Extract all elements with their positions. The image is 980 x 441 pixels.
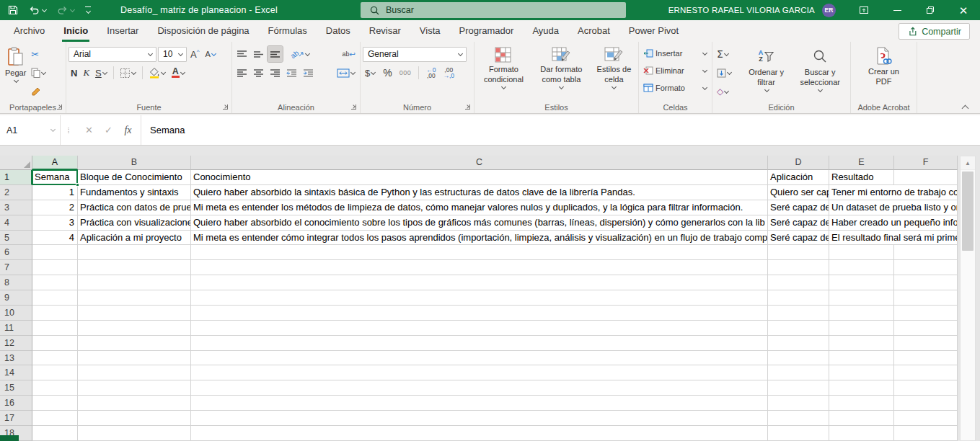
wrap-text-button[interactable]: ab ↩ [340,46,358,62]
alignment-dialog-launcher[interactable] [351,104,356,110]
cell-C16[interactable] [191,396,768,411]
cell-D1[interactable]: Aplicación [768,170,829,185]
cell-B5[interactable]: Aplicación a mi proyecto [78,231,191,246]
tab-programador[interactable]: Programador [450,20,524,42]
row-header-12[interactable]: 12 [0,336,32,351]
cell-A4[interactable]: 3 [32,215,78,231]
cell-D8[interactable] [768,275,829,290]
cell-C10[interactable] [191,306,768,321]
cell-A15[interactable] [32,380,78,396]
cell-A17[interactable] [32,411,78,426]
cut-button[interactable]: ✂ [29,46,48,62]
italic-button[interactable]: K [81,65,92,81]
cancel-button[interactable]: ✕ [79,125,99,135]
cell-F18[interactable] [894,426,958,441]
row-header-7[interactable]: 7 [0,260,32,275]
fill-color-button[interactable] [146,65,168,81]
cell-C14[interactable] [191,365,768,380]
share-button[interactable]: Compartir [899,23,970,40]
cell-D17[interactable] [768,411,829,426]
cell-F7[interactable] [894,260,958,275]
cell-D10[interactable] [768,306,829,321]
search-box[interactable]: Buscar [361,2,626,18]
cell-B3[interactable]: Práctica con datos de prue [78,200,191,215]
column-header-C[interactable]: C [191,156,768,170]
align-left-button[interactable] [234,65,250,81]
insert-function-button[interactable]: fx [118,125,138,136]
redo-button[interactable] [57,5,75,15]
cell-E12[interactable] [829,336,894,351]
cell-B18[interactable] [78,426,191,441]
create-pdf-button[interactable]: Crear un PDF [862,45,906,102]
avatar[interactable]: ER [822,4,836,17]
increase-decimal-button[interactable]: ←0,00 [424,65,438,81]
row-header-6[interactable]: 6 [0,245,32,260]
font-name-select[interactable]: Arial [69,47,156,62]
cell-D2[interactable]: Quiero ser cap [768,185,829,200]
cell-E14[interactable] [829,365,894,380]
cell-F17[interactable] [894,411,958,426]
cell-B6[interactable] [78,245,191,260]
cell-A11[interactable] [32,321,78,336]
cell-A5[interactable]: 4 [32,231,78,246]
cell-E3[interactable]: Un dataset de prueba listo y ord [829,200,958,215]
select-all-corner[interactable] [0,156,32,170]
minimize-button[interactable] [880,0,914,20]
cell-E11[interactable] [829,321,894,336]
font-color-button[interactable]: A [169,65,187,81]
align-top-button[interactable] [234,46,250,62]
cell-C3[interactable]: Mi meta es entender los métodos de limpi… [191,200,768,215]
cell-E10[interactable] [829,306,894,321]
formula-bar-resize-handle[interactable]: ⁞ [61,115,76,145]
align-bottom-button[interactable] [268,46,283,62]
cell-B10[interactable] [78,306,191,321]
row-header-16[interactable]: 16 [0,396,32,411]
tab-datos[interactable]: Datos [317,20,360,42]
vertical-scrollbar[interactable]: ▲ [960,156,976,441]
cell-C6[interactable] [191,245,768,260]
user-name[interactable]: ERNESTO RAFAEL VILORIA GARCIA [668,6,815,14]
bold-button[interactable]: N [69,65,79,81]
cell-A14[interactable] [32,365,78,380]
cell-F16[interactable] [894,396,958,411]
enter-button[interactable]: ✓ [99,125,118,135]
row-header-10[interactable]: 10 [0,306,32,321]
cell-A1[interactable]: Semana [32,170,78,185]
merge-center-button[interactable] [335,65,358,81]
autosum-button[interactable]: Σ [715,46,741,62]
cell-D9[interactable] [768,290,829,306]
cell-B2[interactable]: Fundamentos y sintaxis [78,185,191,200]
decrease-indent-button[interactable] [284,65,299,81]
tab-inicio[interactable]: Inicio [54,20,97,42]
clipboard-dialog-launcher[interactable] [57,104,62,110]
cell-D14[interactable] [768,365,829,380]
cell-F9[interactable] [894,290,958,306]
cell-F13[interactable] [894,351,958,366]
cell-C11[interactable] [191,321,768,336]
collapse-ribbon-button[interactable] [962,104,968,110]
cell-B4[interactable]: Práctica con visualizacione [78,215,191,231]
tab-insertar[interactable]: Insertar [97,20,148,42]
cell-D13[interactable] [768,351,829,366]
cell-E5[interactable]: El resultado final será mi primer [829,231,958,246]
row-header-2[interactable]: 2 [0,185,32,200]
underline-button[interactable]: S [93,65,110,81]
cell-B14[interactable] [78,365,191,380]
clear-button[interactable]: ◇ [715,84,741,99]
cell-C15[interactable] [191,380,768,396]
fill-handle[interactable] [76,183,79,187]
cell-B11[interactable] [78,321,191,336]
align-right-button[interactable] [268,65,283,81]
cell-A9[interactable] [32,290,78,306]
cell-C4[interactable]: Quiero haber absorbido el conocimiento s… [191,215,768,231]
cell-B7[interactable] [78,260,191,275]
cell-B8[interactable] [78,275,191,290]
cell-A8[interactable] [32,275,78,290]
cell-B9[interactable] [78,290,191,306]
tab-revisar[interactable]: Revisar [360,20,410,42]
cell-E2[interactable]: Tener mi entorno de trabajo con [829,185,958,200]
cell-A6[interactable] [32,245,78,260]
insert-cells-button[interactable]: Insertar [641,45,710,62]
cell-E1[interactable]: Resultado [829,170,894,185]
cell-F15[interactable] [894,380,958,396]
